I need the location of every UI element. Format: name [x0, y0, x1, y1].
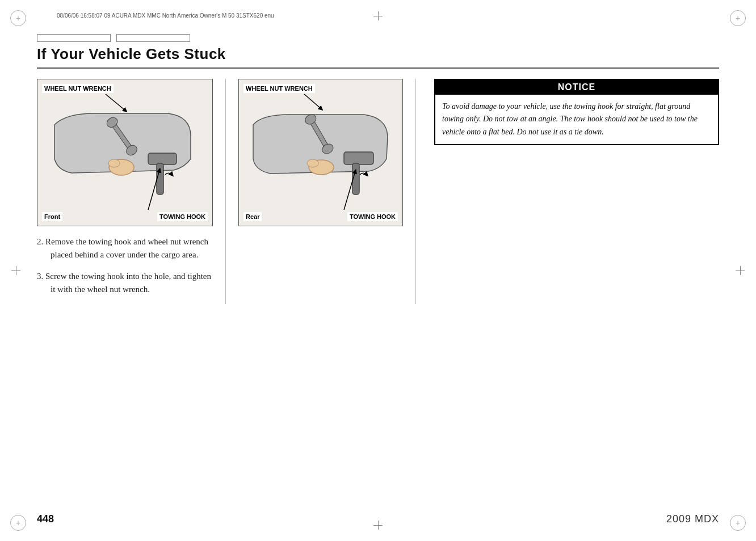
column-divider-left — [225, 79, 226, 304]
rear-diagram-box: WHEEL NUT WRENCH — [238, 79, 403, 226]
title-rect-2 — [116, 34, 190, 42]
page-title: If Your Vehicle Gets Stuck — [37, 45, 719, 63]
center-mark-left — [10, 265, 22, 276]
svg-point-18 — [307, 159, 318, 167]
notice-body: To avoid damage to your vehicle, use the… — [435, 95, 718, 144]
center-mark-top — [372, 10, 384, 22]
corner-mark-tr — [730, 10, 746, 26]
front-diagram-bottom-right: TOWING HOOK — [157, 212, 208, 221]
front-diagram-box: WHEEL NUT WRENCH — [37, 79, 213, 226]
front-diagram-svg — [37, 79, 212, 226]
front-diagram-bottom-left: Front — [42, 212, 62, 221]
title-decorators — [37, 34, 719, 42]
title-rect-1 — [37, 34, 111, 42]
instruction-item-2: 2. Remove the towing hook and wheel nut … — [37, 235, 213, 262]
center-mark-right — [734, 265, 746, 276]
main-layout: WHEEL NUT WRENCH — [37, 79, 719, 304]
title-section: If Your Vehicle Gets Stuck — [37, 34, 719, 69]
svg-rect-2 — [148, 153, 177, 164]
corner-mark-tl — [10, 10, 26, 26]
footer-title: 2009 MDX — [666, 513, 719, 525]
rear-diagram-svg — [239, 79, 402, 226]
header-metadata: 08/06/06 16:58:07 09 ACURA MDX MMC North… — [57, 12, 274, 19]
page-content: If Your Vehicle Gets Stuck WHEEL NUT WRE… — [37, 34, 719, 507]
right-column: NOTICE To avoid damage to your vehicle, … — [429, 79, 719, 304]
page-number: 448 — [37, 513, 54, 525]
svg-rect-3 — [157, 163, 163, 195]
instruction-3-body: Screw the towing hook into the hole, and… — [45, 272, 211, 294]
instruction-item-3: 3. Screw the towing hook into the hole, … — [37, 270, 213, 297]
svg-rect-12 — [344, 152, 373, 164]
notice-box: NOTICE To avoid damage to your vehicle, … — [434, 79, 719, 145]
corner-mark-bl — [10, 515, 26, 531]
rear-diagram-top-label: WHEEL NUT WRENCH — [243, 84, 315, 93]
instruction-2-number: 2. — [37, 237, 45, 246]
rear-diagram-bottom-left: Rear — [243, 212, 262, 221]
front-diagram-top-label: WHEEL NUT WRENCH — [42, 84, 114, 93]
corner-mark-br — [730, 515, 746, 531]
instruction-2-text: 2. Remove the towing hook and wheel nut … — [37, 235, 213, 262]
rear-diagram-bottom-right: TOWING HOOK — [347, 212, 398, 221]
instruction-2-body: Remove the towing hook and wheel nut wre… — [45, 237, 208, 259]
notice-header: NOTICE — [435, 80, 718, 95]
left-column: WHEEL NUT WRENCH — [37, 79, 213, 304]
instruction-3-number: 3. — [37, 272, 45, 281]
column-divider-right — [415, 79, 416, 304]
footer: 448 2009 MDX — [37, 513, 719, 525]
instructions: 2. Remove the towing hook and wheel nut … — [37, 235, 213, 296]
svg-point-8 — [108, 159, 120, 167]
middle-column: WHEEL NUT WRENCH — [238, 79, 403, 304]
instruction-3-text: 3. Screw the towing hook into the hole, … — [37, 270, 213, 297]
